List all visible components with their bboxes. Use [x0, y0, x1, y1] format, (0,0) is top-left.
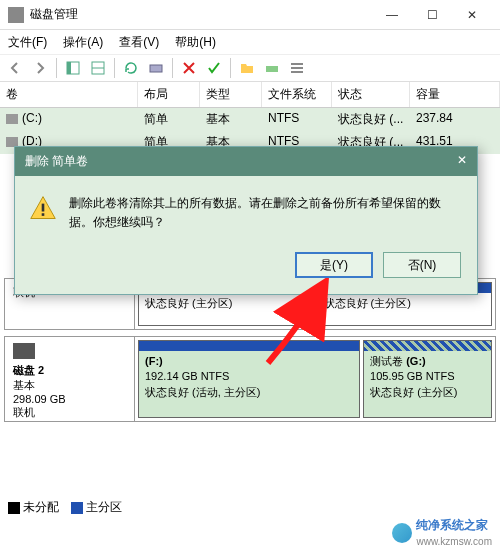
- toolbar: [0, 54, 500, 82]
- delete-volume-dialog: 删除 简单卷 ✕ 删除此卷将清除其上的所有数据。请在删除之前备份所有希望保留的数…: [14, 146, 478, 295]
- disk-map: 联机 状态良好 (主分区) 状态良好 (主分区) 磁盘 2 基本 298.09 …: [0, 274, 500, 432]
- dialog-titlebar: 删除 简单卷 ✕: [15, 147, 477, 176]
- app-icon: [8, 7, 24, 23]
- svg-rect-6: [291, 63, 303, 65]
- delete-icon[interactable]: [178, 57, 200, 79]
- menubar: 文件(F) 操作(A) 查看(V) 帮助(H): [0, 30, 500, 54]
- disk-name: 磁盘 2: [13, 364, 44, 376]
- disk-block: 磁盘 2 基本 298.09 GB 联机 (F:) 192.14 GB NTFS…: [4, 336, 496, 422]
- menu-help[interactable]: 帮助(H): [175, 34, 216, 51]
- folder-icon[interactable]: [236, 57, 258, 79]
- view1-icon[interactable]: [62, 57, 84, 79]
- svg-rect-7: [291, 67, 303, 69]
- watermark-icon: [392, 523, 412, 543]
- check-icon[interactable]: [203, 57, 225, 79]
- dialog-title: 删除 简单卷: [25, 153, 88, 170]
- disk-type: 基本: [13, 378, 126, 393]
- disk-status: 联机: [13, 405, 126, 420]
- header-status[interactable]: 状态: [332, 82, 410, 107]
- header-fs[interactable]: 文件系统: [262, 82, 332, 107]
- disk-icon[interactable]: [145, 57, 167, 79]
- volume-table-header: 卷 布局 类型 文件系统 状态 容量: [0, 82, 500, 108]
- header-layout[interactable]: 布局: [138, 82, 200, 107]
- dialog-message: 删除此卷将清除其上的所有数据。请在删除之前备份所有希望保留的数据。你想继续吗？: [69, 194, 463, 232]
- warning-icon: [29, 194, 57, 222]
- header-type[interactable]: 类型: [200, 82, 262, 107]
- table-row[interactable]: (C:) 简单 基本 NTFS 状态良好 (... 237.84: [0, 108, 500, 131]
- watermark-url: www.kzmsw.com: [416, 536, 492, 547]
- disk-icon: [13, 343, 35, 359]
- close-button[interactable]: ✕: [452, 1, 492, 29]
- no-button[interactable]: 否(N): [383, 252, 461, 278]
- window-title: 磁盘管理: [30, 6, 372, 23]
- watermark: 纯净系统之家 www.kzmsw.com: [392, 517, 492, 548]
- menu-file[interactable]: 文件(F): [8, 34, 47, 51]
- list-icon[interactable]: [286, 57, 308, 79]
- header-capacity[interactable]: 容量: [410, 82, 500, 107]
- watermark-text: 纯净系统之家: [416, 518, 488, 532]
- svg-rect-8: [291, 71, 303, 73]
- dialog-close-button[interactable]: ✕: [457, 153, 467, 170]
- disk-info: 磁盘 2 基本 298.09 GB 联机: [4, 336, 134, 422]
- window-titlebar: 磁盘管理 — ☐ ✕: [0, 0, 500, 30]
- back-button[interactable]: [4, 57, 26, 79]
- yes-button[interactable]: 是(Y): [295, 252, 373, 278]
- header-volume[interactable]: 卷: [0, 82, 138, 107]
- volume-icon: [6, 114, 18, 124]
- forward-button[interactable]: [29, 57, 51, 79]
- partition-f[interactable]: (F:) 192.14 GB NTFS 状态良好 (活动, 主分区): [138, 340, 360, 418]
- svg-rect-10: [42, 213, 45, 216]
- disk-size: 298.09 GB: [13, 393, 126, 405]
- legend: 未分配 主分区: [8, 499, 122, 516]
- partition-g[interactable]: 测试卷 (G:) 105.95 GB NTFS 状态良好 (主分区): [363, 340, 492, 418]
- maximize-button[interactable]: ☐: [412, 1, 452, 29]
- svg-rect-5: [266, 66, 278, 72]
- minimize-button[interactable]: —: [372, 1, 412, 29]
- svg-rect-1: [67, 62, 71, 74]
- drive-icon[interactable]: [261, 57, 283, 79]
- refresh-icon[interactable]: [120, 57, 142, 79]
- menu-view[interactable]: 查看(V): [119, 34, 159, 51]
- menu-action[interactable]: 操作(A): [63, 34, 103, 51]
- view2-icon[interactable]: [87, 57, 109, 79]
- svg-rect-4: [150, 65, 162, 72]
- svg-rect-9: [42, 204, 45, 212]
